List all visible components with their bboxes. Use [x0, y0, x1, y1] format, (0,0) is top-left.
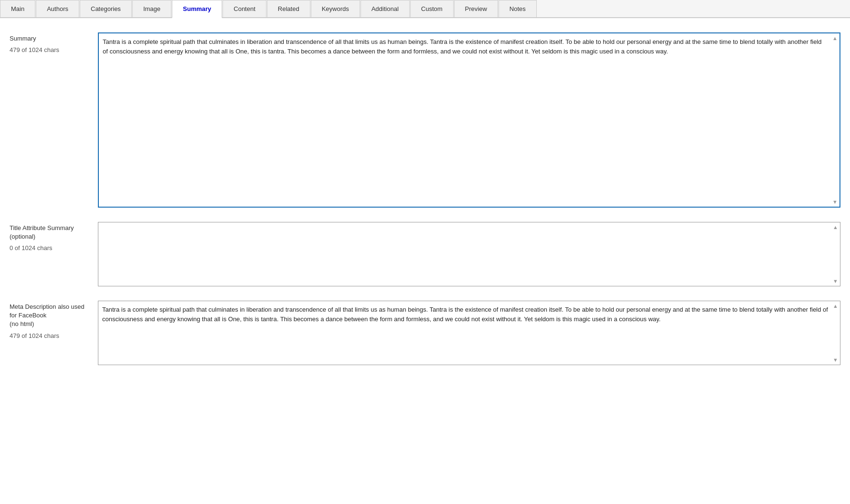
meta-description-label: Meta Description also used for FaceBook …	[10, 301, 98, 340]
meta-description-scroll-down-icon[interactable]: ▼	[833, 357, 838, 363]
tab-bar: Main Authors Categories Image Summary Co…	[0, 0, 850, 18]
summary-scroll-down-icon[interactable]: ▼	[832, 199, 838, 205]
summary-textarea[interactable]	[99, 33, 839, 205]
meta-description-textarea[interactable]	[98, 301, 840, 363]
title-attribute-scroll-down-icon[interactable]: ▼	[833, 278, 838, 284]
content-area: Summary 479 of 1024 chars ▲ ▼ Title Attr…	[0, 18, 850, 389]
title-attribute-field-row: Title Attribute Summary (optional) 0 of …	[10, 222, 840, 286]
summary-scroll-up-icon[interactable]: ▲	[832, 35, 838, 41]
title-attribute-label: Title Attribute Summary (optional) 0 of …	[10, 222, 98, 253]
tab-related[interactable]: Related	[267, 0, 310, 17]
tab-additional[interactable]: Additional	[361, 0, 410, 17]
title-attribute-textarea-wrapper: ▲ ▼	[98, 222, 840, 286]
summary-char-count: 479 of 1024 chars	[10, 46, 91, 54]
meta-description-scroll-up-icon[interactable]: ▲	[833, 303, 838, 309]
meta-description-textarea-wrapper: ▲ ▼	[98, 301, 840, 365]
tab-custom[interactable]: Custom	[410, 0, 454, 17]
tab-image[interactable]: Image	[132, 0, 171, 17]
summary-textarea-wrapper: ▲ ▼	[98, 32, 840, 208]
tab-preview[interactable]: Preview	[454, 0, 498, 17]
tab-content[interactable]: Content	[223, 0, 266, 17]
title-attribute-textarea[interactable]	[98, 222, 840, 284]
tab-notes[interactable]: Notes	[499, 0, 537, 17]
meta-description-field-row: Meta Description also used for FaceBook …	[10, 301, 840, 365]
tab-authors[interactable]: Authors	[36, 0, 79, 17]
tab-keywords[interactable]: Keywords	[311, 0, 360, 17]
summary-field-row: Summary 479 of 1024 chars ▲ ▼	[10, 32, 840, 208]
tab-main[interactable]: Main	[0, 0, 35, 17]
title-attribute-char-count: 0 of 1024 chars	[10, 244, 91, 252]
summary-label: Summary 479 of 1024 chars	[10, 32, 98, 54]
tab-summary[interactable]: Summary	[172, 0, 222, 18]
meta-description-char-count: 479 of 1024 chars	[10, 332, 91, 340]
tab-categories[interactable]: Categories	[80, 0, 132, 17]
title-attribute-scroll-up-icon[interactable]: ▲	[833, 224, 838, 230]
